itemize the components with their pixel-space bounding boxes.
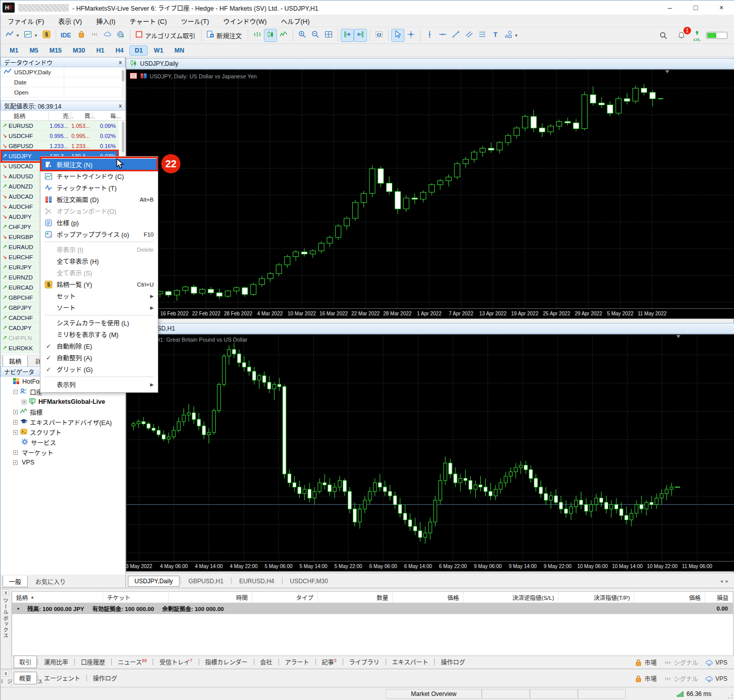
symbol-row-gbpusd[interactable]: ↘ GBPUSD1.233...1.233...0.16% (1, 141, 119, 151)
col-symbol[interactable]: 銘柄 (14, 112, 25, 120)
context-menu-item[interactable]: $銘柄一覧 (Y)Ctrl+U (40, 278, 158, 290)
close-icon[interactable]: x (3, 589, 9, 596)
trade-col-1[interactable]: チケット (103, 592, 169, 602)
navigator-item[interactable]: +エキスパートアドバイザ(EA) (1, 417, 125, 427)
notifications-button[interactable]: 1 (675, 29, 688, 42)
chart-shift-button[interactable] (354, 29, 367, 42)
zoom-in-button[interactable] (296, 29, 309, 42)
trade-col-4[interactable]: 数量 (318, 592, 393, 602)
status-lock-indicator[interactable]: 市場 (634, 674, 657, 683)
trendline-tool-button[interactable] (449, 29, 463, 42)
channel-tool-button[interactable] (463, 29, 476, 42)
context-menu-item[interactable]: ソート▶ (40, 302, 158, 313)
context-menu-item[interactable]: 板注文画面 (D)Alt+B (40, 194, 158, 205)
market-watch-header[interactable]: 気配値表示: 06:39:14 x (1, 101, 125, 111)
trade-col-0[interactable]: 銘柄▲ (12, 592, 103, 602)
chart-window-title-bar[interactable]: USDJPY,Daily (126, 58, 734, 69)
market-watch-column-headers[interactable]: 銘柄 売... 買... 毎... (1, 111, 125, 121)
new-order-button[interactable]: 新規注文 (204, 29, 245, 42)
context-menu-item[interactable]: セット▶ (40, 290, 158, 302)
search-button[interactable] (657, 29, 670, 42)
context-menu-item[interactable]: チャートウインドウ (C) (40, 170, 158, 182)
status-signal-indicator[interactable]: シグナル (664, 658, 698, 667)
data-window-row[interactable]: Date (1, 77, 125, 87)
menu-charts[interactable]: チャート (C) (122, 15, 174, 27)
tree-expander-icon[interactable]: + (13, 410, 18, 414)
algo-trading-button[interactable]: アルゴリズム取引 (133, 29, 199, 42)
minimize-button[interactable]: – (659, 2, 681, 14)
timeframe-m15[interactable]: M15 (44, 45, 67, 56)
tester-tab-操作ログ[interactable]: 操作ログ (87, 672, 123, 684)
zoom-out-button[interactable] (309, 29, 322, 42)
toolbox-side-label[interactable]: ツールボックス (2, 598, 10, 639)
navigator-item[interactable]: +HFMarketsGlobal-Live (1, 397, 125, 407)
navigator-item[interactable]: +マーケット (1, 447, 125, 457)
context-menu-item[interactable]: ポップアッププライス (o)F10 (40, 228, 158, 240)
depth-of-market-icon[interactable] (129, 72, 137, 81)
toolbox-tab-口座履歴[interactable]: 口座履歴 (75, 656, 111, 668)
vertical-line-tool-button[interactable] (423, 29, 436, 42)
close-icon[interactable]: x (119, 103, 122, 109)
signals-button[interactable] (88, 29, 101, 42)
menu-file[interactable]: ファイル (F) (1, 15, 51, 27)
context-menu-item[interactable]: 全て表示 (S) (40, 267, 158, 278)
screenshot-button[interactable] (373, 29, 386, 42)
toolbox-tab-指標カレンダー[interactable]: 指標カレンダー (200, 656, 253, 668)
context-menu-item[interactable]: オプションボード(O) (40, 205, 158, 217)
symbol-row-usdchf[interactable]: ↘ USDCHF0.995...0.995...0.02% (1, 131, 119, 141)
timeframe-mn[interactable]: MN (169, 45, 189, 56)
navigator-item[interactable]: +スクリプト (1, 427, 125, 437)
bar-chart-mode-button[interactable] (251, 29, 264, 42)
line-chart-mode-button[interactable] (277, 29, 290, 42)
context-menu-item[interactable]: 全て非表示 (H) (40, 255, 158, 267)
context-menu-item[interactable]: ミリ秒を表示する (M) (40, 329, 158, 340)
horizontal-line-tool-button[interactable] (436, 29, 449, 42)
toolbox-tab-エキスパート[interactable]: エキスパート (387, 656, 434, 668)
trade-col-5[interactable]: 価格 (393, 592, 464, 602)
toolbox-tab-運用比率[interactable]: 運用比率 (38, 656, 74, 668)
timeframe-m30[interactable]: M30 (68, 45, 90, 56)
symbol-row-eurusd[interactable]: ↗ EURUSD1.053...1.053...0.09% (1, 121, 119, 131)
trade-table-header[interactable]: 銘柄▲チケット時間タイプ数量価格決済逆指値(S/L)決済指値(T/P)価格損益 (12, 592, 733, 603)
close-button[interactable]: × (710, 2, 732, 14)
menu-help[interactable]: ヘルプ(H) (274, 15, 317, 27)
navigator-item[interactable]: +指標 (1, 407, 125, 417)
toolbox-tab-会社[interactable]: 会社 (255, 656, 278, 668)
maximize-button[interactable]: □ (684, 2, 707, 14)
toolbox-tab-ライブラリ[interactable]: ライブラリ (344, 656, 385, 668)
fibonacci-tool-button[interactable] (476, 29, 489, 42)
data-window-header[interactable]: データウインドウ x (1, 57, 125, 67)
navigator-tab-お気に入り[interactable]: お気に入り (29, 576, 72, 587)
toolbox-tab-取引[interactable]: 取引 (14, 656, 37, 668)
timeframe-d1[interactable]: D1 (129, 45, 148, 56)
connection-status[interactable]: 66.36 ms (673, 689, 732, 699)
chart-profiles-button[interactable]: ▼ (22, 29, 40, 42)
context-menu-item[interactable]: ✓自動整列 (A) (40, 352, 158, 363)
tile-windows-button[interactable] (322, 29, 335, 42)
close-icon[interactable]: x (119, 59, 122, 65)
tree-expander-icon[interactable]: + (22, 400, 26, 404)
chart-window-title-bar[interactable]: GBPUSD,H1 (126, 323, 734, 334)
chart-plot-gbpusd[interactable]: GBPUSD, H1: Great Britain Pound vs US Do… (126, 334, 734, 562)
toolbox-tab-受信トレイ[interactable]: 受信トレイ7 (154, 656, 198, 668)
auto-scroll-button[interactable] (341, 29, 354, 42)
context-menu-item[interactable]: 仕様 (p) (40, 217, 158, 228)
timeframe-h4[interactable]: H4 (110, 45, 128, 56)
status-signal-indicator[interactable]: シグナル (664, 674, 698, 683)
text-tool-button[interactable]: T (489, 29, 502, 42)
metaeditor-ide-button[interactable]: IDE (59, 29, 75, 42)
resize-grip[interactable] (727, 693, 733, 699)
chart-tab-USDJPY,Daily[interactable]: USDJPY,Daily (128, 576, 179, 587)
navigator-item[interactable]: +VPS (1, 457, 125, 468)
timeframe-m1[interactable]: M1 (5, 45, 23, 56)
status-vpscloud-indicator[interactable]: VPS (705, 675, 727, 683)
market-store-button[interactable] (75, 29, 88, 42)
shapes-tool-button[interactable]: ▼ (502, 29, 520, 42)
tab-scroll-arrows[interactable]: ◄ ► (719, 579, 732, 588)
community-button[interactable] (114, 29, 127, 42)
context-menu-item[interactable]: システムカラーを使用 (L) (40, 317, 158, 329)
chart-tab-EURUSD,H4[interactable]: EURUSD,H4 (233, 576, 281, 587)
tree-expander-icon[interactable]: + (13, 450, 18, 455)
trade-col-2[interactable]: 時間 (169, 592, 252, 602)
trade-col-9[interactable]: 損益 (705, 592, 733, 602)
